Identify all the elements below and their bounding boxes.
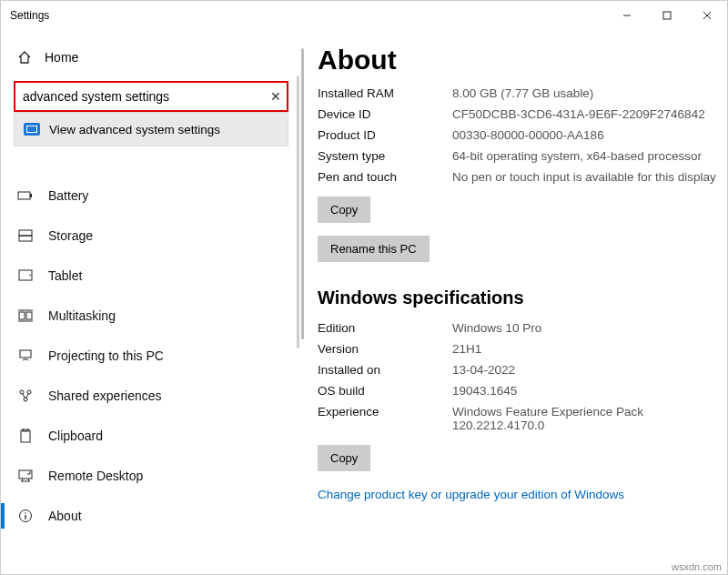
spec-value: 8.00 GB (7.77 GB usable) <box>452 86 720 100</box>
svg-rect-6 <box>19 230 32 236</box>
svg-rect-11 <box>26 312 32 319</box>
spec-value: 13-04-2022 <box>452 363 720 377</box>
svg-point-15 <box>20 390 24 394</box>
spec-value: CF50DCBB-3CD6-431A-9E6F-2209F2746842 <box>452 107 720 121</box>
spec-key: System type <box>318 149 427 163</box>
svg-rect-5 <box>30 194 32 197</box>
sidebar-item-projecting[interactable]: Projecting to this PC <box>1 336 301 376</box>
window-title: Settings <box>10 9 49 22</box>
settings-icon <box>24 123 40 136</box>
multitasking-icon <box>17 309 34 322</box>
sidebar-item-label: Shared experiences <box>48 388 162 403</box>
spec-key: Edition <box>318 321 427 335</box>
svg-rect-10 <box>19 312 25 319</box>
projecting-icon <box>17 349 34 362</box>
sidebar-item-remote[interactable]: Remote Desktop <box>1 456 301 496</box>
suggestion-label: View advanced system settings <box>49 123 220 136</box>
spec-key: Product ID <box>318 128 427 142</box>
home-icon <box>17 50 32 65</box>
sidebar-item-tablet[interactable]: Tablet <box>1 256 301 296</box>
home-link[interactable]: Home <box>1 41 301 74</box>
sidebar-item-label: Battery <box>48 188 88 203</box>
storage-icon <box>17 229 34 242</box>
svg-point-9 <box>29 275 31 277</box>
nav-list: Battery Storage Tablet Multitasking Proj… <box>1 176 301 536</box>
titlebar: Settings <box>1 1 727 30</box>
sidebar-item-label: Storage <box>48 228 93 243</box>
clear-icon[interactable]: ✕ <box>270 89 281 104</box>
svg-point-16 <box>27 390 31 394</box>
home-label: Home <box>45 50 78 65</box>
close-button[interactable] <box>687 1 727 30</box>
copy-winspec-button[interactable]: Copy <box>318 445 370 471</box>
sidebar-item-battery[interactable]: Battery <box>1 176 301 216</box>
sidebar-item-label: Remote Desktop <box>48 469 143 483</box>
main-scrollbar[interactable] <box>301 48 304 339</box>
spec-key: Pen and touch <box>318 170 427 184</box>
spec-value: Windows Feature Experience Pack 120.2212… <box>452 405 720 432</box>
sidebar-item-storage[interactable]: Storage <box>1 216 301 256</box>
svg-point-22 <box>25 512 26 514</box>
spec-value: No pen or touch input is available for t… <box>452 170 720 184</box>
battery-icon <box>17 190 34 201</box>
search-suggestion[interactable]: View advanced system settings <box>14 112 288 146</box>
spec-value: 19043.1645 <box>452 384 720 398</box>
spec-key: Device ID <box>318 107 427 121</box>
sidebar-item-shared[interactable]: Shared experiences <box>1 376 301 416</box>
sidebar-item-label: About <box>48 509 82 523</box>
maximize-button[interactable] <box>647 1 687 30</box>
svg-point-17 <box>24 398 27 401</box>
window-controls <box>607 1 727 30</box>
sidebar-scrollbar[interactable] <box>297 76 299 348</box>
svg-rect-4 <box>18 192 30 199</box>
spec-value: 00330-80000-00000-AA186 <box>452 128 720 142</box>
sidebar: Home ✕ View advanced system settings Bat… <box>1 30 301 574</box>
sidebar-item-clipboard[interactable]: Clipboard <box>1 416 301 456</box>
sidebar-item-label: Tablet <box>48 268 82 283</box>
search-wrap: ✕ <box>14 81 288 112</box>
svg-rect-7 <box>19 236 32 241</box>
page-title: About <box>318 45 720 76</box>
main-content: About Installed RAM8.00 GB (7.77 GB usab… <box>301 30 727 574</box>
about-icon <box>17 509 34 523</box>
svg-rect-18 <box>21 430 30 442</box>
spec-key: OS build <box>318 384 427 398</box>
clipboard-icon <box>17 429 34 443</box>
spec-key: Experience <box>318 405 427 432</box>
sidebar-item-label: Clipboard <box>48 429 103 443</box>
spec-value: Windows 10 Pro <box>452 321 720 335</box>
winspec-heading: Windows specifications <box>318 288 720 308</box>
spec-key: Installed on <box>318 363 427 377</box>
tablet-icon <box>17 269 34 282</box>
sidebar-item-label: Projecting to this PC <box>48 348 164 363</box>
shared-icon <box>17 388 34 403</box>
device-specs: Installed RAM8.00 GB (7.77 GB usable) De… <box>318 86 720 184</box>
spec-value: 21H1 <box>452 342 720 356</box>
windows-specs: EditionWindows 10 Pro Version21H1 Instal… <box>318 321 720 432</box>
sidebar-item-about[interactable]: About <box>1 496 301 536</box>
remote-icon <box>17 469 34 482</box>
spec-value: 64-bit operating system, x64-based proce… <box>452 149 720 163</box>
spec-key: Version <box>318 342 427 356</box>
rename-pc-button[interactable]: Rename this PC <box>318 236 430 262</box>
search-input[interactable] <box>14 81 288 112</box>
watermark: wsxdn.com <box>672 561 722 572</box>
spec-key: Installed RAM <box>318 86 427 100</box>
minimize-button[interactable] <box>607 1 647 30</box>
change-product-key-link[interactable]: Change product key or upgrade your editi… <box>318 488 624 501</box>
sidebar-item-multitasking[interactable]: Multitasking <box>1 296 301 336</box>
svg-rect-14 <box>20 350 31 358</box>
svg-rect-1 <box>663 12 671 19</box>
sidebar-item-label: Multitasking <box>48 308 116 323</box>
copy-device-button[interactable]: Copy <box>318 197 370 223</box>
